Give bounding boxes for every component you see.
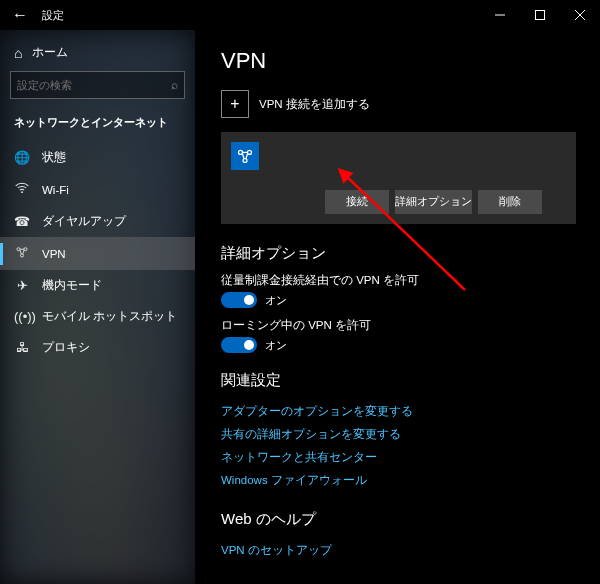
sidebar-item-label: ダイヤルアップ: [42, 214, 126, 229]
sidebar-item-label: モバイル ホットスポット: [42, 309, 177, 324]
sidebar-item-dialup[interactable]: ☎ ダイヤルアップ: [0, 206, 195, 237]
connect-button[interactable]: 接続: [325, 190, 389, 214]
svg-point-13: [243, 159, 247, 163]
sidebar-item-status[interactable]: 🌐 状態: [0, 142, 195, 173]
minimize-button[interactable]: [480, 0, 520, 30]
proxy-icon: 🖧: [14, 340, 30, 355]
sidebar-item-airplane[interactable]: ✈ 機内モード: [0, 270, 195, 301]
advanced-options-button[interactable]: 詳細オプション: [395, 190, 472, 214]
home-label: ホーム: [32, 44, 68, 61]
settings-search[interactable]: ⌕: [10, 71, 185, 99]
link-sharing-options[interactable]: 共有の詳細オプションを変更する: [221, 423, 576, 446]
status-icon: 🌐: [14, 150, 30, 165]
svg-line-8: [20, 250, 21, 254]
sidebar-item-vpn[interactable]: VPN: [0, 237, 195, 270]
sidebar-item-hotspot[interactable]: ((•)) モバイル ホットスポット: [0, 301, 195, 332]
svg-point-6: [24, 248, 27, 251]
sidebar-item-proxy[interactable]: 🖧 プロキシ: [0, 332, 195, 363]
search-icon: ⌕: [171, 78, 178, 92]
sidebar-item-label: 機内モード: [42, 278, 102, 293]
dialup-icon: ☎: [14, 214, 30, 229]
sidebar-item-label: 状態: [42, 150, 66, 165]
related-section-title: 関連設定: [221, 371, 576, 390]
delete-button[interactable]: 削除: [478, 190, 542, 214]
vpn-icon: [14, 245, 30, 262]
svg-point-4: [21, 191, 23, 193]
roaming-option-label: ローミング中の VPN を許可: [221, 318, 576, 333]
metered-toggle[interactable]: [221, 292, 257, 308]
link-vpn-setup[interactable]: VPN のセットアップ: [221, 539, 576, 562]
webhelp-section-title: Web のヘルプ: [221, 510, 576, 529]
metered-option-label: 従量制課金接続経由での VPN を許可: [221, 273, 576, 288]
airplane-icon: ✈: [14, 278, 30, 293]
link-adapter-options[interactable]: アダプターのオプションを変更する: [221, 400, 576, 423]
svg-point-5: [17, 248, 20, 251]
svg-line-9: [23, 250, 24, 254]
add-vpn-label: VPN 接続を追加する: [259, 97, 370, 112]
page-heading: VPN: [221, 48, 576, 74]
sidebar-item-wifi[interactable]: Wi-Fi: [0, 173, 195, 206]
wifi-icon: [14, 181, 30, 198]
close-button[interactable]: [560, 0, 600, 30]
category-label: ネットワークとインターネット: [0, 111, 195, 142]
svg-line-14: [242, 153, 244, 158]
roaming-toggle[interactable]: [221, 337, 257, 353]
advanced-section-title: 詳細オプション: [221, 244, 576, 263]
metered-toggle-state: オン: [265, 293, 287, 308]
window-title: 設定: [42, 8, 64, 23]
hotspot-icon: ((•)): [14, 309, 30, 324]
roaming-toggle-state: オン: [265, 338, 287, 353]
maximize-button[interactable]: [520, 0, 560, 30]
sidebar-item-label: Wi-Fi: [42, 184, 69, 196]
home-icon: ⌂: [14, 45, 22, 61]
sidebar-item-label: プロキシ: [42, 340, 90, 355]
home-button[interactable]: ⌂ ホーム: [0, 38, 195, 71]
sidebar-item-label: VPN: [42, 248, 66, 260]
svg-rect-1: [536, 11, 545, 20]
link-windows-firewall[interactable]: Windows ファイアウォール: [221, 469, 576, 492]
add-vpn-row[interactable]: + VPN 接続を追加する: [221, 90, 576, 118]
search-input[interactable]: [17, 79, 171, 91]
vpn-connection-card[interactable]: 接続 詳細オプション 削除: [221, 132, 576, 224]
add-icon: +: [221, 90, 249, 118]
vpn-connection-icon: [231, 142, 259, 170]
svg-point-7: [20, 254, 23, 257]
back-button[interactable]: ←: [10, 6, 30, 24]
link-network-center[interactable]: ネットワークと共有センター: [221, 446, 576, 469]
svg-line-15: [246, 153, 248, 158]
